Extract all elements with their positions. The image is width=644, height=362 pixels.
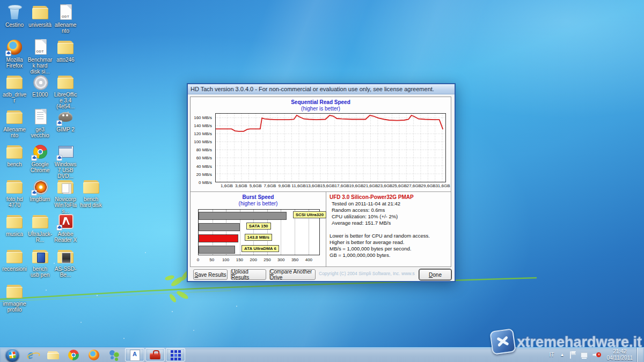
burst-bar <box>199 246 235 254</box>
taskbar-windows-live-messenger[interactable] <box>105 348 124 361</box>
taskbar-hd-tach[interactable] <box>166 348 185 361</box>
taskbar-windows-explorer[interactable] <box>43 348 63 361</box>
folder-icon <box>5 282 24 300</box>
desktop-icon[interactable]: atto246 <box>53 38 78 63</box>
blue-overlay-icon <box>37 253 45 263</box>
desktop-icon[interactable]: bench usb pen <box>28 247 53 278</box>
sequential-x-axis-labels: 1,6GB3,6GB5,6GB7,6GB9,6GB11,6GB13,6GB15,… <box>215 183 446 190</box>
folder-icon <box>31 212 49 231</box>
burst-chart-subtitle: (higher is better) <box>191 201 326 206</box>
done-button[interactable]: Done <box>419 269 451 280</box>
drive-info-note: GB = 1,000,000,000 bytes. <box>330 252 448 258</box>
desktop-icon[interactable]: recensioni <box>2 247 27 272</box>
desktop-icon[interactable]: Mozilla Firefox <box>2 38 27 69</box>
desktop-icon[interactable]: Allenamento <box>2 108 27 138</box>
taskbar-document-app[interactable] <box>125 348 144 361</box>
folder-icon <box>5 143 24 161</box>
compare-another-drive-button[interactable]: Compare Another Drive <box>269 269 316 280</box>
results-frame: Sequential Read Speed (higher is better)… <box>190 97 451 267</box>
desktop-icon[interactable]: Cestino <box>2 3 27 28</box>
desktop-icon-label: UltraJack-R... <box>28 231 53 243</box>
internet-explorer-icon <box>26 349 39 361</box>
sequential-y-axis-labels: 0 MB/s20 MB/s40 MB/s60 MB/s80 MB/s100 MB… <box>191 113 214 182</box>
desktop-icon-label: GIMP 2 <box>53 127 78 132</box>
taskbar-internet-explorer[interactable] <box>23 348 42 361</box>
taskbar-mozilla-firefox[interactable] <box>84 348 104 361</box>
y-tick-label: 160 MB/s <box>194 115 212 120</box>
sequential-read-panel: Sequential Read Speed (higher is better)… <box>191 97 451 192</box>
x-tick-label: 31,6GB <box>435 183 450 188</box>
desktop-icon-label: recensioni <box>2 266 27 272</box>
doc-icon <box>31 108 49 126</box>
desktop-icon-label: allenamento <box>53 22 78 34</box>
desktop-icon[interactable]: università <box>28 3 53 28</box>
doc-icon: ODT <box>56 3 75 21</box>
desktop-icon[interactable]: LibreOffice 3.4 (4e54... <box>53 73 78 109</box>
x-tick-label: 400 <box>305 257 312 262</box>
desktop-icon[interactable]: foto hd 4770 <box>2 178 27 208</box>
docs-overlay-icon <box>62 183 69 193</box>
y-tick-label: 40 MB/s <box>196 164 212 168</box>
desktop-icon-label: Novicorp WinToFlas... <box>53 196 78 214</box>
desktop-icon-label: ImgBurn <box>28 196 53 202</box>
shortcut-arrow-icon <box>31 155 37 161</box>
drive-info-line: CPU utilization: 10% (+/- 2%) <box>330 213 448 220</box>
folder-icon <box>5 212 24 231</box>
desktop-icon[interactable]: musica <box>2 212 27 237</box>
x-tick-label: 19,6GB <box>349 183 363 188</box>
folder-icon <box>56 38 75 56</box>
desktop-icon-label: università <box>28 22 53 28</box>
sequential-chart-subtitle: (higher is better) <box>191 106 451 112</box>
desktop-icon[interactable]: Novicorp WinToFlas... <box>53 178 78 214</box>
desktop-icon-label: E1000 <box>28 92 53 98</box>
xtremehardware-watermark: xtremehardware.it <box>491 330 642 353</box>
copyright-text: Copyright (C) 2004 Simpli Software, Inc.… <box>319 271 415 276</box>
document-app-icon <box>128 349 141 361</box>
sequential-plot-area <box>215 113 446 182</box>
drive-name: UFD 3.0 Silicon-Power32G PMAP <box>330 194 448 200</box>
toolbox-app-icon <box>149 349 162 361</box>
window-button-row: Save Results Upload Results Compare Anot… <box>190 269 452 279</box>
taskbar-toolbox-app[interactable] <box>145 348 165 361</box>
window-titlebar[interactable]: HD Tach version 3.0.4.0 - For non-commer… <box>188 84 455 94</box>
desktop-icon[interactable]: AS-SSD-Be... <box>53 247 78 278</box>
desktop-icon[interactable]: Google Chrome <box>28 143 53 173</box>
drive-info-note: Higher is better for average read. <box>330 239 448 246</box>
burst-chart-title: Burst Speed <box>191 194 326 200</box>
desktop-icon[interactable]: Windows 7 USB DVD... <box>53 143 78 179</box>
y-tick-label: 100 MB/s <box>194 139 212 144</box>
desktop-icon-label: Google Chrome <box>28 161 53 173</box>
desktop-icon-label: bench <box>2 161 27 167</box>
desktop-icon[interactable]: E1000 <box>28 73 53 98</box>
desktop-icon[interactable]: ge3 vecchio <box>28 108 53 138</box>
filetype-badge: ODT <box>62 15 69 18</box>
desktop-icon[interactable]: ImgBurn <box>28 178 53 202</box>
desktop-icon[interactable]: bench <box>2 143 27 167</box>
desktop-icon-label: musica <box>2 231 27 237</box>
upload-results-button[interactable]: Upload Results <box>231 269 266 280</box>
desktop-icon[interactable]: bench hard disk <box>79 178 104 208</box>
desktop-icon[interactable]: immagine profilo <box>2 282 27 313</box>
x-tick-label: 5,6GB <box>250 183 262 188</box>
x-tick-label: 29,6GB <box>421 183 436 188</box>
x-tick-label: 23,6GB <box>378 183 392 188</box>
desktop-icon[interactable]: Adobe Reader X <box>53 212 78 243</box>
desktop-icon[interactable]: adb_driver <box>2 73 27 104</box>
desktop-icon[interactable]: ODTallenamento <box>53 3 78 34</box>
taskbar-start-button[interactable] <box>3 348 22 361</box>
burst-x-axis-labels: 050100150200250300350400 <box>198 257 320 263</box>
desktop-icon[interactable]: UltraJack-R... <box>28 212 53 243</box>
burst-bar-label: ATA UltraDMA 6 <box>241 245 279 252</box>
desktop-icon-label: AS-SSD-Be... <box>53 266 78 278</box>
y-tick-label: 20 MB/s <box>196 172 212 176</box>
folder-icon <box>31 3 49 21</box>
desktop-icon[interactable]: ODTBenchmark hard disk si... <box>28 38 53 75</box>
save-results-button[interactable]: Save Results <box>193 269 228 280</box>
desktop-icon-label: ge3 vecchio <box>28 127 53 138</box>
taskbar-google-chrome[interactable] <box>64 348 83 361</box>
x-tick-label: 9,6GB <box>278 183 290 188</box>
desktop-icon-label: foto hd 4770 <box>2 196 27 208</box>
window-client-area: Sequential Read Speed (higher is better)… <box>188 94 455 281</box>
desktop-icon[interactable]: GIMP 2 <box>53 108 78 132</box>
y-tick-label: 0 MB/s <box>199 180 212 185</box>
